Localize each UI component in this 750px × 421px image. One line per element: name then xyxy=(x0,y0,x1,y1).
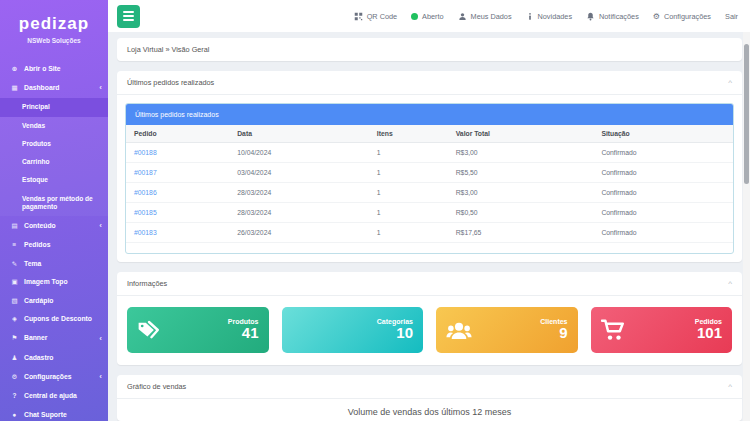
order-date: 26/03/2024 xyxy=(229,223,369,243)
sidebar-item-produtos[interactable]: Produtos xyxy=(0,135,108,153)
gear-icon: ⚙ xyxy=(10,373,19,381)
stat-card-produtos[interactable]: Produtos 41 xyxy=(127,307,269,353)
order-link[interactable]: #00183 xyxy=(134,229,157,236)
info-panel-body: Produtos 41 Categorias 10 xyxy=(117,296,742,365)
sidebar-item-cupons[interactable]: ◈ Cupons de Desconto xyxy=(0,310,108,328)
gear-icon: ⚙ xyxy=(653,12,660,21)
qr-code-button[interactable]: QR Code xyxy=(354,12,397,21)
user-icon xyxy=(458,12,467,21)
sidebar-item-vendas-metodo-pagamento[interactable]: Vendas por método de pagamento xyxy=(0,190,108,216)
sidebar-item-label: Dashboard xyxy=(24,84,60,92)
qr-code-label: QR Code xyxy=(367,12,397,21)
settings-button[interactable]: ⚙ Configurações xyxy=(653,12,711,21)
dashboard-submenu: Principal Vendas Produtos Carrinho Estoq… xyxy=(0,98,108,216)
orders-icon: ≡ xyxy=(10,241,19,249)
order-total: R$3,00 xyxy=(448,183,594,203)
order-items: 1 xyxy=(369,143,448,163)
news-button[interactable]: Novidades xyxy=(526,12,572,21)
topbar-menu: QR Code Aberto Meus Dados xyxy=(354,12,738,21)
sidebar-item-label: Principal xyxy=(22,103,50,111)
chevron-left-icon: ‹ xyxy=(99,221,102,231)
menu-book-icon: ▧ xyxy=(10,297,19,305)
sidebar-item-label: Conteúdo xyxy=(24,222,56,230)
sidebar-item-label: Cadastro xyxy=(24,354,53,362)
collapse-chevron-icon[interactable]: ^ xyxy=(728,79,732,87)
sidebar-item-label: Pedidos xyxy=(24,241,50,249)
orders-panel: Últimos pedidos realizados ^ Últimos ped… xyxy=(117,71,742,262)
sidebar-item-principal[interactable]: Principal xyxy=(0,98,108,116)
order-date: 28/03/2024 xyxy=(229,203,369,223)
collapse-chevron-icon[interactable]: ^ xyxy=(728,280,732,288)
order-link[interactable]: #00185 xyxy=(134,209,157,216)
sidebar: pedizap NSWeb Soluções ⊕ Abrir o Site ▦ … xyxy=(0,0,108,421)
sidebar-item-dashboard[interactable]: ▦ Dashboard ‹ xyxy=(0,78,108,98)
image-icon: ▣ xyxy=(10,278,19,286)
sidebar-item-label: Abrir o Site xyxy=(24,65,61,73)
sidebar-nav: ⊕ Abrir o Site ▦ Dashboard ‹ Principal V… xyxy=(0,60,108,421)
qr-code-icon xyxy=(354,12,363,21)
order-items: 1 xyxy=(369,183,448,203)
col-header-valor-total: Valor Total xyxy=(448,125,594,143)
stat-cards: Produtos 41 Categorias 10 xyxy=(125,304,734,357)
sidebar-toggle-button[interactable] xyxy=(117,5,140,28)
table-row: #00183 26/03/2024 1 R$17,65 Confirmado xyxy=(126,223,733,243)
sidebar-item-conteudo[interactable]: ▤ Conteúdo ‹ xyxy=(0,216,108,236)
sidebar-item-open-site[interactable]: ⊕ Abrir o Site xyxy=(0,60,108,78)
order-status: Confirmado xyxy=(593,203,733,223)
order-status: Confirmado xyxy=(593,163,733,183)
sidebar-item-label: Tema xyxy=(24,260,41,268)
notifications-button[interactable]: Notificações xyxy=(586,12,639,21)
sidebar-item-imagem-topo[interactable]: ▣ Imagem Topo xyxy=(0,273,108,291)
logout-button[interactable]: Sair xyxy=(725,12,738,21)
sidebar-item-estoque[interactable]: Estoque xyxy=(0,171,108,189)
sidebar-item-pedidos[interactable]: ≡ Pedidos xyxy=(0,236,108,254)
order-date: 28/03/2024 xyxy=(229,183,369,203)
sidebar-item-cadastro[interactable]: ♟ Cadastro xyxy=(0,349,108,367)
stat-card-value: 9 xyxy=(540,325,567,342)
collapse-chevron-icon[interactable]: ^ xyxy=(728,383,732,391)
flag-icon: ⚑ xyxy=(10,334,19,342)
order-total: R$5,50 xyxy=(448,163,594,183)
help-icon: ? xyxy=(10,392,19,400)
scrollbar-thumb[interactable] xyxy=(744,44,749,184)
breadcrumb: Loja Virtual » Visão Geral xyxy=(117,38,742,61)
my-data-button[interactable]: Meus Dados xyxy=(458,12,512,21)
store-status-button[interactable]: Aberto xyxy=(411,12,444,21)
sidebar-item-cardapio[interactable]: ▧ Cardápio xyxy=(0,292,108,310)
stat-card-clientes[interactable]: Clientes 9 xyxy=(436,307,578,353)
sidebar-item-tema[interactable]: ✎ Tema xyxy=(0,255,108,273)
sidebar-item-chat-suporte[interactable]: ● Chat Suporte xyxy=(0,406,108,421)
app-window: pedizap NSWeb Soluções ⊕ Abrir o Site ▦ … xyxy=(0,0,750,421)
order-link[interactable]: #00187 xyxy=(134,169,157,176)
coupon-tag-icon: ◈ xyxy=(10,315,19,323)
topbar: QR Code Aberto Meus Dados xyxy=(108,0,750,32)
table-row: #00186 28/03/2024 1 R$3,00 Confirmado xyxy=(126,183,733,203)
cart-icon xyxy=(601,319,627,341)
sidebar-item-vendas[interactable]: Vendas xyxy=(0,117,108,135)
order-date: 10/04/2024 xyxy=(229,143,369,163)
sidebar-item-banner[interactable]: ⚑ Banner ‹ xyxy=(0,329,108,349)
order-link[interactable]: #00188 xyxy=(134,149,157,156)
order-status: Confirmado xyxy=(593,223,733,243)
table-row: #00187 03/04/2024 1 R$5,50 Confirmado xyxy=(126,163,733,183)
users-icon xyxy=(446,320,472,340)
stat-card-pedidos[interactable]: Pedidos 101 xyxy=(591,307,733,353)
vertical-scrollbar[interactable] xyxy=(743,32,750,421)
store-status-label: Aberto xyxy=(422,12,444,21)
sidebar-item-central-ajuda[interactable]: ? Central de ajuda xyxy=(0,387,108,405)
sidebar-item-label: Banner xyxy=(24,334,47,342)
sidebar-item-configuracoes[interactable]: ⚙ Configurações ‹ xyxy=(0,367,108,387)
order-items: 1 xyxy=(369,163,448,183)
col-header-data: Data xyxy=(229,125,369,143)
info-panel: Informações ^ xyxy=(117,272,742,365)
col-header-pedido: Pedido xyxy=(126,125,229,143)
orders-table-header-row: Pedido Data Itens Valor Total Situação xyxy=(126,125,733,143)
stat-card-categorias[interactable]: Categorias 10 xyxy=(282,307,424,353)
my-data-label: Meus Dados xyxy=(471,12,512,21)
dashboard-icon: ▦ xyxy=(10,84,19,92)
order-link[interactable]: #00186 xyxy=(134,189,157,196)
sidebar-item-carrinho[interactable]: Carrinho xyxy=(0,153,108,171)
news-label: Novidades xyxy=(538,12,572,21)
orders-table-box: Últimos pedidos realizados Pedido Data I… xyxy=(125,103,734,254)
order-date: 03/04/2024 xyxy=(229,163,369,183)
